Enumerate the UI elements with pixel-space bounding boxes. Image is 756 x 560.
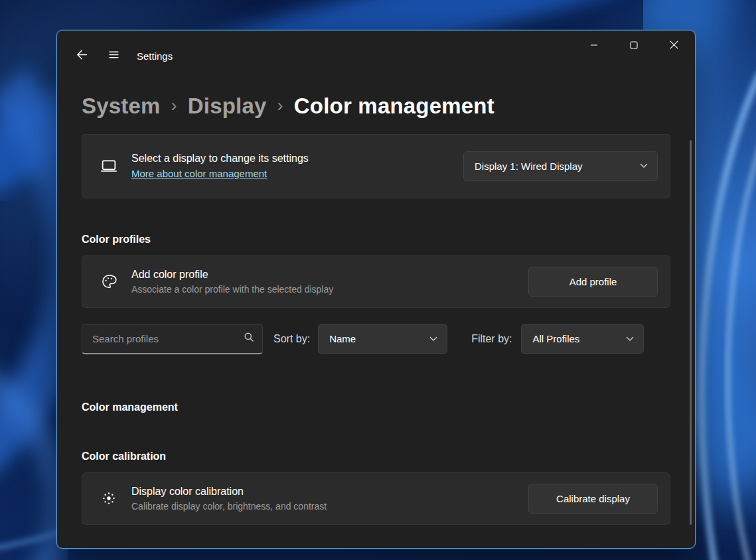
minimize-icon <box>590 41 598 51</box>
titlebar-nav: Settings <box>70 45 173 66</box>
display-selector-card: Select a display to change its settings … <box>82 134 670 198</box>
back-button[interactable] <box>70 45 93 66</box>
breadcrumb-display[interactable]: Display <box>188 93 267 119</box>
filter-by-label: Filter by: <box>471 333 512 345</box>
sort-dropdown-value: Name <box>329 333 356 344</box>
maximize-button[interactable] <box>614 31 654 61</box>
display-color-calibration-title: Display color calibration <box>131 486 327 498</box>
vertical-scrollbar[interactable] <box>690 140 692 525</box>
breadcrumb: System › Display › Color management <box>82 93 670 119</box>
search-profiles-input[interactable] <box>82 324 244 353</box>
display-color-calibration-description: Calibrate display color, brightness, and… <box>131 501 327 512</box>
titlebar: Settings <box>57 31 695 77</box>
settings-content: System › Display › Color management Sele… <box>57 93 695 525</box>
color-profiles-heading: Color profiles <box>82 233 670 246</box>
magnifier-icon <box>244 332 254 345</box>
brightness-sun-icon <box>93 490 125 507</box>
display-dropdown[interactable]: Display 1: Wired Display <box>463 151 658 181</box>
palette-icon <box>93 273 125 291</box>
sort-dropdown[interactable]: Name <box>318 324 447 354</box>
caption-buttons <box>574 31 694 61</box>
add-color-profile-card: Add color profile Associate a color prof… <box>82 255 670 308</box>
display-color-calibration-card: Display color calibration Calibrate disp… <box>82 472 670 525</box>
chevron-down-icon <box>640 163 648 169</box>
close-icon <box>670 40 678 51</box>
sort-by-label: Sort by: <box>273 333 310 345</box>
close-button[interactable] <box>654 31 694 61</box>
display-color-calibration-texts: Display color calibration Calibrate disp… <box>131 486 327 512</box>
settings-window: Settings System › Disp <box>56 30 696 549</box>
display-selector-title: Select a display to change its settings <box>131 153 309 165</box>
more-about-color-management-link[interactable]: More about color management <box>131 168 267 179</box>
search-profiles-box <box>82 324 263 354</box>
filter-dropdown-value: All Profiles <box>532 333 579 344</box>
display-dropdown-value: Display 1: Wired Display <box>475 161 583 172</box>
hamburger-menu-button[interactable] <box>102 45 125 66</box>
app-title: Settings <box>137 50 173 62</box>
color-management-heading: Color management <box>82 401 670 414</box>
breadcrumb-color-management: Color management <box>294 93 494 119</box>
arrow-left-icon <box>76 49 88 62</box>
chevron-down-icon <box>429 336 437 342</box>
display-selector-texts: Select a display to change its settings … <box>131 153 309 180</box>
maximize-icon <box>630 41 638 51</box>
add-color-profile-description: Associate a color profile with the selec… <box>131 284 333 295</box>
add-color-profile-title: Add color profile <box>131 269 333 281</box>
monitor-icon <box>93 157 125 175</box>
minimize-button[interactable] <box>574 31 614 61</box>
add-profile-button[interactable]: Add profile <box>528 267 658 297</box>
color-calibration-heading: Color calibration <box>82 450 670 463</box>
breadcrumb-system[interactable]: System <box>82 93 161 119</box>
add-color-profile-texts: Add color profile Associate a color prof… <box>131 269 333 295</box>
calibrate-display-button[interactable]: Calibrate display <box>528 484 658 514</box>
breadcrumb-separator-icon: › <box>171 95 177 116</box>
breadcrumb-separator-icon: › <box>277 95 283 116</box>
profiles-toolbar: Sort by: Name Filter by: All Profiles <box>82 324 670 354</box>
chevron-down-icon <box>626 336 634 342</box>
hamburger-icon <box>108 49 119 62</box>
filter-dropdown[interactable]: All Profiles <box>521 324 644 354</box>
